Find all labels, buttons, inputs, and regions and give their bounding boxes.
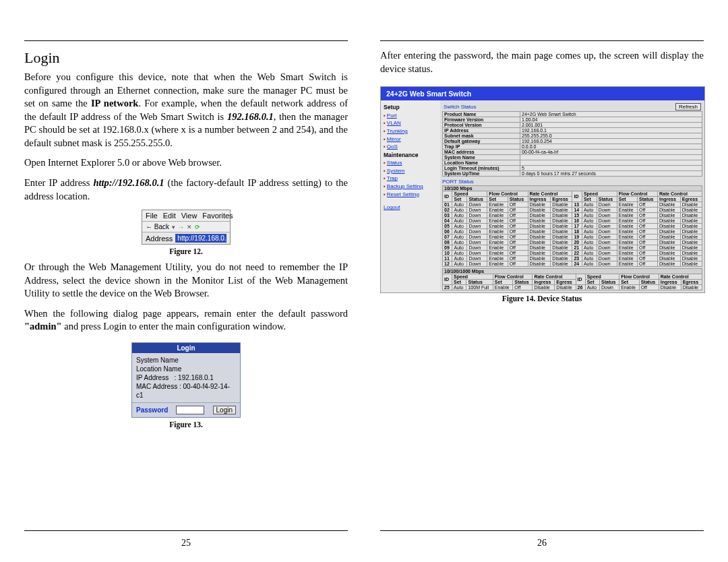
address-input[interactable]: http://192.168.0.1 bbox=[175, 234, 226, 243]
fig12-browser: File Edit View Favorites ← Back ▾ → ✕ ⟳ … bbox=[142, 210, 231, 245]
info-value: 2.001.001 bbox=[520, 123, 702, 128]
sidebar: Setup ▪Port▪VLAN▪Trunking▪Mirror▪QoS Mai… bbox=[381, 100, 440, 292]
switch-title-bar: 24+2G Web Smart Switch bbox=[381, 87, 704, 100]
menu-view[interactable]: View bbox=[181, 212, 198, 220]
menu-favorites[interactable]: Favorites bbox=[202, 212, 233, 220]
info-label: Protocol Version bbox=[443, 123, 520, 128]
stop-icon[interactable]: ✕ bbox=[187, 224, 192, 230]
info-value: 192.168.0.1 bbox=[520, 128, 702, 133]
sidebar-logout[interactable]: Logout bbox=[384, 204, 437, 212]
fig14-device-status: 24+2G Web Smart Switch Setup ▪Port▪VLAN▪… bbox=[380, 86, 705, 293]
login-mac-row: MAC Address : 00-40-f4-92-14-c1 bbox=[136, 382, 236, 400]
password-label: Password bbox=[136, 406, 168, 414]
port-status-table-1000: 10/100/1000 MbpsIDSpeedFlow ControlRate … bbox=[442, 268, 702, 290]
right-para-1: After entering the password, the main pa… bbox=[380, 49, 704, 75]
forward-icon[interactable]: → bbox=[178, 224, 184, 230]
info-value: 0.0.0.0 bbox=[520, 144, 702, 150]
login-para-5: When the following dialog page appears, … bbox=[24, 307, 348, 334]
info-value: 5 bbox=[520, 166, 702, 171]
switch-status-label: Switch Status bbox=[444, 104, 476, 110]
info-label: Default gateway bbox=[443, 139, 520, 144]
info-label: Subnet mask bbox=[443, 133, 520, 139]
page-right: After entering the password, the main pa… bbox=[380, 40, 704, 549]
sidebar-setup: Setup bbox=[384, 104, 400, 111]
info-label: MAC address bbox=[443, 150, 520, 155]
switch-status-table: Product Name24+2G Web Smart SwitchFirmwa… bbox=[442, 111, 702, 177]
menu-edit[interactable]: Edit bbox=[163, 212, 176, 220]
sidebar-link[interactable]: Mirror bbox=[387, 136, 401, 142]
page-number-left: 25 bbox=[24, 538, 348, 549]
info-label: System UpTime bbox=[443, 171, 520, 177]
info-value bbox=[520, 155, 702, 160]
address-label: Address bbox=[146, 235, 173, 243]
fig12-caption: Figure 12. bbox=[24, 247, 348, 255]
sidebar-link[interactable]: Trap bbox=[387, 175, 398, 181]
page-left: Login Before you configure this device, … bbox=[24, 40, 348, 549]
info-label: Trap IP bbox=[443, 144, 520, 150]
login-sysname-row: System Name bbox=[136, 356, 236, 365]
login-para-2: Open Internet Explorer 5.0 or above Web … bbox=[24, 156, 348, 170]
sidebar-link[interactable]: System bbox=[387, 168, 405, 174]
refresh-button[interactable]: Refresh bbox=[675, 103, 701, 111]
fig13-caption: Figure 13. bbox=[24, 420, 348, 429]
login-para-1: Before you configure this device, note t… bbox=[24, 71, 348, 150]
sidebar-link[interactable]: VLAN bbox=[387, 120, 401, 126]
info-value: 24+2G Web Smart Switch bbox=[520, 112, 702, 117]
section-login-heading: Login bbox=[24, 49, 348, 67]
info-value: 00-00-f4-ca-4a-bf bbox=[520, 150, 702, 155]
info-value: 192.168.0.254 bbox=[520, 139, 702, 144]
back-button[interactable]: ← Back bbox=[146, 223, 169, 230]
fig13-login-card: Login System Name Location Name IP Addre… bbox=[131, 342, 241, 418]
sidebar-link[interactable]: QoS bbox=[387, 144, 398, 150]
sidebar-maint: Maintenance bbox=[384, 152, 419, 158]
page-number-right: 26 bbox=[380, 538, 704, 549]
sidebar-link[interactable]: Reset Setting bbox=[387, 191, 419, 197]
sidebar-link[interactable]: Status bbox=[387, 160, 402, 166]
login-para-3: Enter IP address http://192.168.0.1 (the… bbox=[24, 177, 348, 203]
info-label: System Name bbox=[443, 155, 520, 160]
login-ip-row: IP Address : 192.168.0.1 bbox=[136, 373, 236, 382]
login-locname-row: Location Name bbox=[136, 365, 236, 373]
fig14-caption: Figure 14. Device Status bbox=[380, 294, 704, 303]
info-value bbox=[520, 160, 702, 166]
info-label: IP Address bbox=[443, 128, 520, 133]
refresh-icon[interactable]: ⟳ bbox=[195, 224, 200, 230]
info-value: 0 days 0 hours 17 mins 27 seconds bbox=[520, 171, 702, 177]
info-label: Firmware Version bbox=[443, 117, 520, 123]
back-dropdown-icon: ▾ bbox=[172, 224, 175, 230]
sidebar-link[interactable]: Port bbox=[387, 113, 397, 119]
sidebar-link[interactable]: Backup Setting bbox=[387, 183, 423, 189]
port-status-label: PORT Status bbox=[442, 179, 702, 185]
info-label: Product Name bbox=[443, 112, 520, 117]
login-para-4: Or through the Web Management Utility, y… bbox=[24, 261, 348, 301]
port-status-table-100: 10/100 MbpsIDSpeedFlow ControlRate Contr… bbox=[442, 185, 702, 267]
info-value: 1.00.04 bbox=[520, 117, 702, 123]
sidebar-link[interactable]: Trunking bbox=[387, 128, 408, 134]
login-card-header: Login bbox=[132, 343, 240, 353]
login-button[interactable]: Login bbox=[213, 406, 236, 414]
info-label: Location Name bbox=[443, 160, 520, 166]
info-value: 255.255.255.0 bbox=[520, 133, 702, 139]
password-input[interactable] bbox=[176, 406, 204, 414]
menu-file[interactable]: File bbox=[146, 212, 158, 220]
info-label: Login Timeout (minutes) bbox=[443, 166, 520, 171]
